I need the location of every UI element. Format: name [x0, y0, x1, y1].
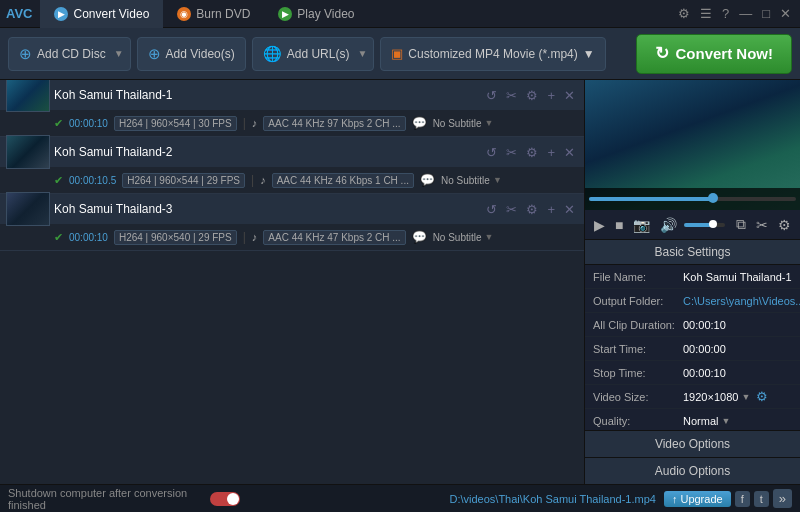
settings-row-video-size: Video Size: 1920×1080 ▼ ⚙: [585, 385, 800, 409]
effects-button[interactable]: ⚙: [775, 216, 794, 234]
file-item-header-2: Koh Samui Thailand-2 ↺ ✂ ⚙ + ✕: [0, 137, 584, 167]
list-item: Koh Samui Thailand-1 ↺ ✂ ⚙ + ✕ ✔ 00:00:1…: [0, 80, 584, 137]
settings-icon-3[interactable]: ⚙: [523, 201, 541, 218]
scissors-button[interactable]: ✂: [753, 216, 771, 234]
subtitle-arrow-2[interactable]: ▼: [493, 175, 502, 185]
screenshot-button[interactable]: 📷: [630, 216, 653, 234]
cut-icon-3[interactable]: ✂: [503, 201, 520, 218]
codec-badge-1: H264 | 960×544 | 30 FPS: [114, 116, 237, 131]
play-button[interactable]: ▶: [591, 216, 608, 234]
convert-now-label: Convert Now!: [676, 45, 774, 62]
remove-icon-1[interactable]: ✕: [561, 87, 578, 104]
settings-header: Basic Settings: [585, 240, 800, 265]
nav-convert-label: Convert Video: [73, 7, 149, 21]
settings-icon-2[interactable]: ⚙: [523, 144, 541, 161]
video-size-arrow: ▼: [741, 392, 750, 402]
cd-icon: ⊕: [19, 45, 32, 63]
settings-icon[interactable]: ⚙: [675, 6, 693, 21]
close-button[interactable]: ✕: [777, 6, 794, 21]
twitter-button[interactable]: t: [754, 491, 769, 507]
subtitle-1: No Subtitle ▼: [433, 118, 494, 129]
toggle-track[interactable]: [210, 492, 240, 506]
burn-icon: ◉: [177, 7, 191, 21]
copy-button[interactable]: ⧉: [733, 215, 749, 234]
subtitle-arrow-1[interactable]: ▼: [485, 118, 494, 128]
playback-controls: ▶ ■ 📷 🔊 ⧉ ✂ ⚙: [585, 210, 800, 240]
next-button[interactable]: »: [773, 489, 792, 508]
add-icon-1[interactable]: +: [544, 87, 558, 104]
remove-icon-3[interactable]: ✕: [561, 201, 578, 218]
filename-label: File Name:: [593, 271, 683, 283]
nav-convert[interactable]: ▶ Convert Video: [40, 0, 163, 28]
check-icon-1: ✔: [54, 117, 63, 130]
nav-burn-label: Burn DVD: [196, 7, 250, 21]
audio-options-button[interactable]: Audio Options: [585, 457, 800, 484]
duration-1: 00:00:10: [69, 118, 108, 129]
volume-slider[interactable]: [684, 223, 725, 227]
nav-burn[interactable]: ◉ Burn DVD: [163, 0, 264, 28]
title-bar: AVC ▶ Convert Video ◉ Burn DVD ▶ Play Vi…: [0, 0, 800, 28]
right-panel: ▶ ■ 📷 🔊 ⧉ ✂ ⚙ Basic Settings File Name: …: [585, 80, 800, 484]
add-url-button[interactable]: 🌐 Add URL(s) ▼: [252, 37, 375, 71]
video-options-button[interactable]: Video Options: [585, 430, 800, 457]
subtitle-2: No Subtitle ▼: [441, 175, 502, 186]
add-cd-button[interactable]: ⊕ Add CD Disc ▼: [8, 37, 131, 71]
stop-button[interactable]: ■: [612, 216, 626, 234]
add-url-arrow: ▼: [357, 48, 367, 59]
add-cd-arrow: ▼: [114, 48, 124, 59]
add-video-icon: ⊕: [148, 45, 161, 63]
play-icon: ▶: [278, 7, 292, 21]
add-video-button[interactable]: ⊕ Add Video(s): [137, 37, 246, 71]
preview-progress-bar[interactable]: [589, 197, 796, 201]
file-item-details-2: ✔ 00:00:10.5 H264 | 960×544 | 29 FPS | ♪…: [0, 167, 584, 193]
upgrade-button[interactable]: ↑ Upgrade: [664, 491, 731, 507]
file-item-header-3: Koh Samui Thailand-3 ↺ ✂ ⚙ + ✕: [0, 194, 584, 224]
nav-play[interactable]: ▶ Play Video: [264, 0, 368, 28]
subtitle-arrow-3[interactable]: ▼: [485, 232, 494, 242]
convert-now-button[interactable]: ↻ Convert Now!: [636, 34, 793, 74]
subtitle-3: No Subtitle ▼: [433, 232, 494, 243]
quality-select[interactable]: Normal ▼: [683, 415, 730, 427]
cut-icon-2[interactable]: ✂: [503, 144, 520, 161]
video-options-label: Video Options: [655, 437, 730, 451]
audio-badge-2: AAC 44 KHz 46 Kbps 1 CH ...: [272, 173, 414, 188]
shutdown-toggle[interactable]: [210, 492, 240, 506]
convert-now-icon: ↻: [655, 43, 669, 64]
file-actions-2: ↺ ✂ ⚙ + ✕: [483, 144, 578, 161]
format-selector[interactable]: ▣ Customized MP4 Movie (*.mp4) ▼: [380, 37, 605, 71]
sync-icon-3[interactable]: ↺: [483, 201, 500, 218]
thumb-img-3: [7, 193, 49, 225]
video-size-select[interactable]: 1920×1080 ▼ ⚙: [683, 389, 768, 404]
start-time-value[interactable]: 00:00:00: [683, 343, 792, 355]
add-icon-2[interactable]: +: [544, 144, 558, 161]
sync-icon-2[interactable]: ↺: [483, 144, 500, 161]
output-value[interactable]: C:\Users\yangh\Videos...: [683, 295, 800, 307]
menu-icon[interactable]: ☰: [697, 6, 715, 21]
format-arrow: ▼: [583, 47, 595, 61]
add-cd-label: Add CD Disc: [37, 47, 106, 61]
maximize-button[interactable]: □: [759, 6, 773, 21]
format-label: Customized MP4 Movie (*.mp4): [408, 47, 577, 61]
file-thumbnail-1: [6, 80, 50, 112]
add-icon-3[interactable]: +: [544, 201, 558, 218]
help-icon[interactable]: ?: [719, 6, 732, 21]
status-right-controls: ↑ Upgrade f t »: [664, 489, 792, 508]
file-item-details-3: ✔ 00:00:10 H264 | 960×540 | 29 FPS | ♪ A…: [0, 224, 584, 250]
cut-icon-1[interactable]: ✂: [503, 87, 520, 104]
progress-fill: [589, 197, 713, 201]
sync-icon-1[interactable]: ↺: [483, 87, 500, 104]
video-size-gear[interactable]: ⚙: [756, 389, 768, 404]
facebook-button[interactable]: f: [735, 491, 750, 507]
file-path: D:\videos\Thai\Koh Samui Thailand-1.mp4: [449, 493, 655, 505]
codec-badge-2: H264 | 960×544 | 29 FPS: [122, 173, 245, 188]
settings-icon-1[interactable]: ⚙: [523, 87, 541, 104]
minimize-button[interactable]: —: [736, 6, 755, 21]
stop-time-value[interactable]: 00:00:10: [683, 367, 792, 379]
window-controls: ⚙ ☰ ? — □ ✕: [675, 6, 794, 21]
audio-icon-3: ♪: [252, 231, 258, 243]
check-icon-3: ✔: [54, 231, 63, 244]
volume-dot: [709, 220, 717, 228]
output-label: Output Folder:: [593, 295, 683, 307]
remove-icon-2[interactable]: ✕: [561, 144, 578, 161]
add-video-label: Add Video(s): [166, 47, 235, 61]
